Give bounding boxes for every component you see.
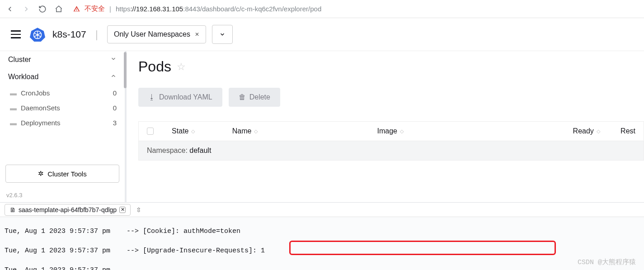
sort-icon: ◇ [191, 128, 195, 134]
folder-icon: ▬ [10, 104, 17, 112]
download-yaml-button[interactable]: ⭳ Download YAML [138, 88, 222, 107]
gear-icon: ✲ [38, 170, 44, 178]
highlight-box [289, 241, 556, 255]
sidebar-item-label: Deployments [21, 119, 61, 127]
table-header: State◇ Name◇ Image◇ Ready◇ Rest [139, 122, 644, 141]
column-state[interactable]: State◇ [172, 127, 214, 135]
url-divider: | [109, 5, 111, 13]
sidebar-scrollbar[interactable] [124, 52, 127, 88]
cluster-tools-button[interactable]: ✲ Cluster Tools [5, 165, 119, 183]
version-label: v2.6.3 [0, 188, 125, 202]
menu-toggle-button[interactable] [9, 28, 23, 40]
chevron-up-icon [110, 73, 117, 81]
svg-point-5 [37, 34, 38, 36]
address-bar[interactable]: 不安全 | https://192.168.31.105:8443/dashbo… [73, 5, 640, 13]
reload-button[interactable] [36, 3, 49, 15]
namespace-filter[interactable]: Only User Namespaces ✕ [107, 25, 206, 43]
column-restarts[interactable]: Rest [620, 127, 635, 135]
kubernetes-logo-icon [30, 27, 45, 42]
column-name[interactable]: Name◇ [232, 127, 359, 135]
namespace-filter-clear-icon[interactable]: ✕ [195, 31, 199, 38]
delete-button[interactable]: 🗑 Delete [229, 88, 280, 107]
file-icon: 🗎 [9, 206, 16, 213]
delete-label: Delete [249, 93, 270, 101]
namespace-dropdown-button[interactable] [212, 25, 233, 44]
namespace-value: default [189, 147, 211, 154]
download-icon: ⭳ [148, 93, 155, 101]
folder-icon: ▬ [10, 89, 17, 97]
sidebar-item-cronjobs[interactable]: ▬CronJobs 0 [0, 85, 125, 100]
sidebar-group-cluster[interactable]: Cluster [0, 51, 125, 68]
sidebar-item-label: CronJobs [21, 89, 50, 97]
sidebar-item-count: 0 [113, 89, 117, 97]
sidebar-item-deployments[interactable]: ▬Deployments 3 [0, 115, 125, 130]
insecure-icon [73, 5, 80, 12]
column-ready[interactable]: Ready◇ [573, 127, 603, 135]
sort-icon: ◇ [254, 128, 258, 134]
sidebar-item-label: DaemonSets [21, 104, 60, 112]
sidebar-group-label: Workload [8, 73, 38, 81]
pods-table: State◇ Name◇ Image◇ Ready◇ Rest Namespac… [138, 121, 644, 161]
browser-toolbar: 不安全 | https://192.168.31.105:8443/dashbo… [0, 0, 644, 18]
trash-icon: 🗑 [239, 93, 246, 101]
close-tab-icon[interactable]: ✕ [119, 207, 126, 213]
app-header: k8s-107 | Only User Namespaces ✕ [0, 18, 644, 51]
download-yaml-label: Download YAML [159, 93, 212, 101]
log-output[interactable]: Tue, Aug 1 2023 9:57:37 pm--> [Cookie]: … [0, 217, 644, 270]
favorite-star-icon[interactable]: ☆ [177, 61, 186, 73]
forward-button[interactable] [20, 3, 33, 15]
panel-tabs: 🗎 saas-template-api-64fbfb7b7-qdlgp ✕ ⇳ [0, 203, 644, 217]
back-button[interactable] [4, 3, 16, 15]
sort-icon: ◇ [597, 128, 600, 134]
url-text: https://192.168.31.105:8443/dashboard/c/… [116, 5, 321, 13]
cluster-tools-label: Cluster Tools [47, 170, 86, 178]
namespace-group-row[interactable]: Namespace: default [139, 141, 644, 160]
header-divider: | [95, 28, 98, 41]
main-content: Pods ☆ ⭳ Download YAML 🗑 Delete State◇ N… [127, 51, 644, 202]
sidebar-item-daemonsets[interactable]: ▬DaemonSets 0 [0, 100, 125, 115]
chevron-down-icon [110, 56, 117, 64]
log-panel: 🗎 saas-template-api-64fbfb7b7-qdlgp ✕ ⇳ … [0, 202, 644, 270]
select-all-checkbox[interactable] [147, 128, 154, 135]
namespace-filter-label: Only User Namespaces [114, 30, 190, 38]
home-button[interactable] [52, 3, 65, 15]
cluster-name: k8s-107 [52, 29, 86, 40]
sidebar-item-count: 0 [113, 104, 117, 112]
sidebar-group-label: Cluster [8, 56, 31, 64]
log-tab-label: saas-template-api-64fbfb7b7-qdlgp [19, 206, 117, 213]
sort-icon: ◇ [400, 128, 404, 134]
watermark: CSDN @大熊程序猿 [578, 258, 636, 267]
page-title: Pods ☆ [138, 58, 644, 75]
column-image[interactable]: Image◇ [377, 127, 555, 135]
sidebar: Cluster Workload ▬CronJobs 0 ▬DaemonSets… [0, 51, 127, 202]
insecure-label: 不安全 [85, 5, 105, 13]
namespace-label: Namespace: [147, 147, 188, 154]
expand-icon[interactable]: ⇳ [136, 206, 141, 213]
log-tab[interactable]: 🗎 saas-template-api-64fbfb7b7-qdlgp ✕ [5, 204, 131, 216]
sidebar-group-workload[interactable]: Workload [0, 68, 125, 85]
folder-icon: ▬ [10, 119, 17, 127]
sidebar-item-count: 3 [113, 119, 117, 127]
